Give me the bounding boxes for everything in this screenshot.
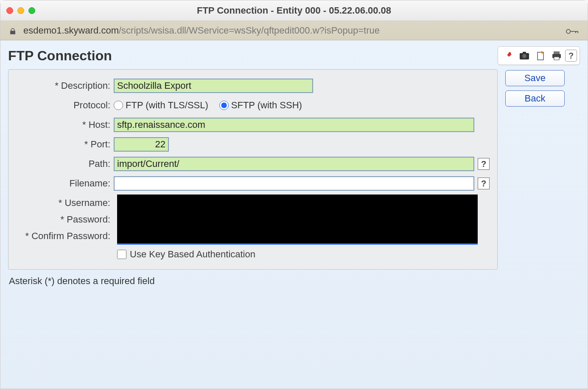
help-icon[interactable]: ? xyxy=(565,50,577,62)
back-button[interactable]: Back xyxy=(505,90,565,107)
protocol-sftp-option[interactable]: SFTP (with SSH) xyxy=(219,100,302,111)
page-content: FTP Connection ? * Desc xyxy=(0,40,588,389)
titlebar: FTP Connection - Entity 000 - 05.22.06.0… xyxy=(0,0,588,21)
main-row: * Description: Protocol: FTP (with TLS/S… xyxy=(8,69,580,270)
printer-icon[interactable] xyxy=(549,48,564,63)
protocol-ftp-option[interactable]: FTP (with TLS/SSL) xyxy=(114,100,208,111)
row-port: * Port: xyxy=(16,136,490,153)
row-host: * Host: xyxy=(16,116,490,133)
label-path: Path: xyxy=(16,158,114,169)
row-description: * Description: xyxy=(16,77,490,94)
protocol-radios: FTP (with TLS/SSL) SFTP (with SSH) xyxy=(114,100,302,111)
redacted-credentials xyxy=(117,194,478,245)
url-path: /scripts/wsisa.dll/WService=wsSky/qftped… xyxy=(119,25,380,36)
label-port: * Port: xyxy=(16,139,114,150)
filename-input[interactable] xyxy=(114,176,474,191)
app-window: FTP Connection - Entity 000 - 05.22.06.0… xyxy=(0,0,588,389)
keyauth-row[interactable]: Use Key Based Authentication xyxy=(117,249,490,260)
protocol-ftp-radio[interactable] xyxy=(114,101,123,110)
address-bar: esdemo1.skyward.com/scripts/wsisa.dll/WS… xyxy=(0,21,588,40)
url-domain: esdemo1.skyward.com xyxy=(23,25,119,36)
pin-icon[interactable] xyxy=(501,48,516,63)
label-password: * Password: xyxy=(16,214,114,225)
row-protocol: Protocol: FTP (with TLS/SSL) SFTP (with … xyxy=(16,97,490,114)
host-input[interactable] xyxy=(114,118,474,132)
protocol-sftp-radio[interactable] xyxy=(219,101,229,110)
label-host: * Host: xyxy=(16,119,114,130)
svg-point-4 xyxy=(509,52,511,55)
keyauth-checkbox[interactable] xyxy=(117,250,126,259)
lock-icon xyxy=(9,27,17,34)
label-protocol: Protocol: xyxy=(16,100,114,111)
description-input[interactable] xyxy=(114,79,313,93)
camera-icon[interactable] xyxy=(517,48,532,63)
svg-point-6 xyxy=(522,54,526,58)
svg-rect-9 xyxy=(554,51,560,54)
svg-rect-7 xyxy=(523,52,526,54)
label-confirm: * Confirm Password: xyxy=(16,231,114,242)
side-buttons: Save Back xyxy=(505,70,565,107)
note-icon[interactable] xyxy=(533,48,548,63)
credentials-block: * Username: * Password: * Confirm Passwo… xyxy=(16,194,490,245)
row-filename: Filename: ? xyxy=(16,175,490,192)
save-button[interactable]: Save xyxy=(505,70,565,86)
port-input[interactable] xyxy=(114,137,169,152)
page-title: FTP Connection xyxy=(8,48,112,64)
protocol-ftp-label: FTP (with TLS/SSL) xyxy=(126,100,208,111)
window-title: FTP Connection - Entity 000 - 05.22.06.0… xyxy=(0,5,588,16)
form-panel: * Description: Protocol: FTP (with TLS/S… xyxy=(8,69,498,270)
label-username: * Username: xyxy=(16,197,114,209)
page-header: FTP Connection ? xyxy=(8,46,580,65)
path-input[interactable] xyxy=(114,157,474,171)
page-toolbar: ? xyxy=(498,46,580,65)
url-text[interactable]: esdemo1.skyward.com/scripts/wsisa.dll/WS… xyxy=(23,25,380,36)
svg-rect-11 xyxy=(554,57,559,60)
path-help-icon[interactable]: ? xyxy=(478,158,490,170)
filename-help-icon[interactable]: ? xyxy=(478,178,490,189)
protocol-sftp-label: SFTP (with SSH) xyxy=(231,100,302,111)
row-path: Path: ? xyxy=(16,155,490,172)
key-icon[interactable] xyxy=(566,27,579,34)
required-footnote: Asterisk (*) denotes a required field xyxy=(9,276,580,287)
label-filename: Filename: xyxy=(16,178,114,189)
keyauth-label: Use Key Based Authentication xyxy=(130,249,255,260)
svg-point-0 xyxy=(566,29,570,33)
label-description: * Description: xyxy=(16,80,114,91)
